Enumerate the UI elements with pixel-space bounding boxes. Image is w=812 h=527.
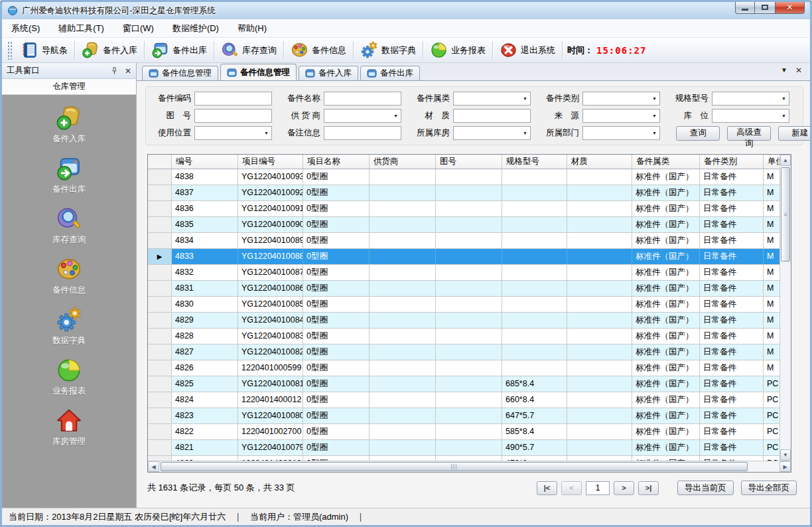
table-row[interactable]: 482612204010005990型圈标准件（国产）日常备件M (148, 360, 779, 376)
sidebar-item-parts-info[interactable]: 备件信息 (52, 256, 86, 296)
horizontal-scrollbar[interactable]: ◀ ||| ▶ (148, 461, 791, 472)
next-page-button[interactable]: > (614, 481, 634, 495)
table-row[interactable]: 4828YG122040100830型圈标准件（国产）日常备件M (148, 329, 779, 344)
vertical-scroll-thumb[interactable]: ≡ (781, 167, 790, 262)
table-row[interactable]: 4831YG122040100860型圈标准件（国产）日常备件M (148, 281, 779, 297)
table-cell: 4832 (172, 265, 238, 280)
column-header-0[interactable]: 编号 (172, 155, 238, 169)
toolbar-button-exit-system[interactable]: 退出系统 (494, 39, 561, 61)
menu-item-0[interactable]: 系统(S) (2, 19, 49, 38)
scroll-up-icon[interactable]: ▲ (780, 155, 791, 166)
scroll-left-icon[interactable]: ◀ (148, 461, 159, 472)
sidebar-item-parts-inbound[interactable]: 备件入库 (52, 105, 86, 145)
export-all-pages-button[interactable]: 导出全部页 (741, 481, 797, 495)
new-button[interactable]: 新建 (778, 126, 810, 141)
column-header-1[interactable]: 项目编号 (238, 155, 303, 169)
menu-item-2[interactable]: 窗口(W) (113, 19, 163, 38)
table-row[interactable]: 482212204010027000型圈585*8.4标准件（国产）日常备件PC (148, 424, 779, 440)
part-type-select[interactable]: ▼ (582, 92, 660, 106)
spec-model-select[interactable]: ▼ (712, 92, 789, 106)
table-row[interactable]: 4838YG122040100930型圈标准件（国产）日常备件M (148, 169, 779, 185)
toolbar-button-parts-info[interactable]: 备件信息 (285, 39, 352, 61)
minimize-button[interactable] (735, 1, 755, 14)
material-input[interactable] (453, 109, 531, 123)
remark-input[interactable] (324, 126, 401, 140)
vertical-scrollbar[interactable]: ▲ ≡ ▼ (779, 155, 791, 461)
column-header-9[interactable]: 单位 (764, 155, 779, 169)
table-row[interactable]: 4832YG122040100870型圈标准件（国产）日常备件M (148, 265, 779, 281)
column-header-2[interactable]: 项目名称 (303, 155, 370, 169)
scroll-down-icon[interactable]: ▼ (780, 449, 791, 461)
sidebar-close-icon[interactable]: ✕ (125, 67, 131, 75)
usage-position-select[interactable]: ▼ (194, 126, 272, 140)
column-header-3[interactable]: 供货商 (370, 155, 436, 169)
menu-item-3[interactable]: 数据维护(D) (163, 19, 228, 38)
title-bar[interactable]: 广州爱奇迪软件科技有限公司-深田之星仓库管理系统 ✕ (2, 2, 810, 19)
table-row[interactable]: 4821YG122040100790型圈490*5.7标准件（国产）日常备件PC (148, 440, 779, 456)
advanced-query-button[interactable]: 高级查询 (727, 126, 771, 141)
tab-parts-outbound[interactable]: 备件出库 (360, 66, 420, 80)
column-header-6[interactable]: 材质 (567, 155, 632, 169)
warehouse-select[interactable]: ▼ (453, 126, 531, 140)
toolbar-button-parts-inbound[interactable]: 备件入库 (76, 39, 143, 61)
maximize-button[interactable] (755, 1, 775, 14)
close-button[interactable]: ✕ (775, 1, 805, 14)
department-select[interactable]: ▼ (582, 126, 660, 140)
sidebar-item-parts-outbound[interactable]: 备件出库 (52, 155, 86, 195)
sidebar-item-data-dictionary[interactable]: 数据字典 (52, 307, 86, 346)
table-row[interactable]: 4830YG122040100850型圈标准件（国产）日常备件M (148, 297, 779, 313)
drawing-no-input[interactable] (194, 109, 272, 123)
table-row[interactable]: 482012204014000130型圈470*8标准件（国产）日常备件PC (148, 456, 779, 461)
tab-parts-info-mgmt-2[interactable]: 备件信息管理 (220, 64, 297, 80)
menu-item-4[interactable]: 帮助(H) (228, 19, 276, 38)
query-button[interactable]: 查询 (676, 126, 720, 141)
table-row[interactable]: 482412204014000120型圈660*8.4标准件（国产）日常备件PC (148, 392, 779, 408)
tab-close-icon[interactable]: ✕ (795, 66, 802, 74)
column-header-7[interactable]: 备件属类 (632, 155, 700, 169)
toolbar-button-nav-bar[interactable]: 导航条 (15, 39, 74, 61)
tab-parts-info-mgmt-1[interactable]: 备件信息管理 (142, 66, 218, 80)
sidebar-item-stock-query[interactable]: 库存查询 (52, 206, 86, 246)
column-header-5[interactable]: 规格型号 (502, 155, 567, 169)
table-row[interactable]: 4825YG122040100810型圈685*8.4标准件（国产）日常备件PC (148, 376, 779, 392)
scroll-right-icon[interactable]: ▶ (779, 461, 791, 472)
part-code-input[interactable] (194, 92, 272, 106)
table-row[interactable]: 4835YG122040100900型圈标准件（国产）日常备件M (148, 217, 779, 233)
table-row[interactable]: 4837YG122040100920型圈标准件（国产）日常备件M (148, 185, 779, 201)
last-page-button[interactable]: >| (638, 481, 659, 495)
toolbar-button-label: 业务报表 (451, 44, 486, 56)
table-cell: M (764, 185, 779, 200)
supplier-select[interactable]: ▼ (324, 109, 401, 123)
table-row[interactable]: 4836YG122040100910型圈标准件（国产）日常备件M (148, 201, 779, 217)
table-row[interactable]: 4834YG122040100890型圈标准件（国产）日常备件M (148, 233, 779, 249)
page-number-box[interactable]: 1 (586, 481, 610, 495)
table-row[interactable]: 4823YG122040100800型圈647*5.7标准件（国产）日常备件PC (148, 408, 779, 424)
menu-item-1[interactable]: 辅助工具(T) (49, 19, 113, 38)
part-category-select[interactable]: ▼ (453, 92, 531, 106)
export-current-page-button[interactable]: 导出当前页 (677, 481, 734, 495)
toolbar-grip-icon[interactable] (7, 41, 12, 60)
sidebar-item-business-report[interactable]: 业务报表 (52, 357, 86, 397)
table-cell: YG12204010088 (238, 249, 303, 264)
toolbar-button-data-dictionary[interactable]: 数据字典 (354, 39, 422, 61)
column-header-8[interactable]: 备件类别 (700, 155, 764, 169)
tab-list-dropdown-icon[interactable]: ▼ (781, 67, 787, 74)
table-row[interactable]: 4829YG122040100840型圈标准件（国产）日常备件M (148, 313, 779, 329)
table-cell: 日常备件 (700, 456, 764, 461)
horizontal-scroll-thumb[interactable]: ||| (161, 462, 748, 471)
toolbar-button-business-report[interactable]: 业务报表 (424, 39, 492, 61)
table-row[interactable]: ▶4833YG122040100880型圈标准件（国产）日常备件M (148, 249, 779, 265)
toolbar-button-stock-query[interactable]: 库存查询 (215, 39, 283, 61)
prev-page-button[interactable]: < (561, 481, 582, 495)
tab-parts-inbound[interactable]: 备件入库 (299, 66, 358, 80)
location-select[interactable]: ▼ (712, 109, 789, 123)
sidebar-item-warehouse-management[interactable]: 库房管理 (52, 408, 86, 447)
toolbar-button-parts-outbound[interactable]: 备件出库 (145, 39, 213, 61)
first-page-button[interactable]: |< (537, 481, 557, 495)
pin-icon[interactable] (110, 66, 119, 75)
part-name-input[interactable] (324, 92, 401, 106)
table-row[interactable]: 4827YG122040100820型圈标准件（国产）日常备件M (148, 344, 779, 360)
parts-in-icon (56, 105, 82, 131)
column-header-4[interactable]: 图号 (436, 155, 502, 169)
source-select[interactable]: ▼ (582, 109, 660, 123)
